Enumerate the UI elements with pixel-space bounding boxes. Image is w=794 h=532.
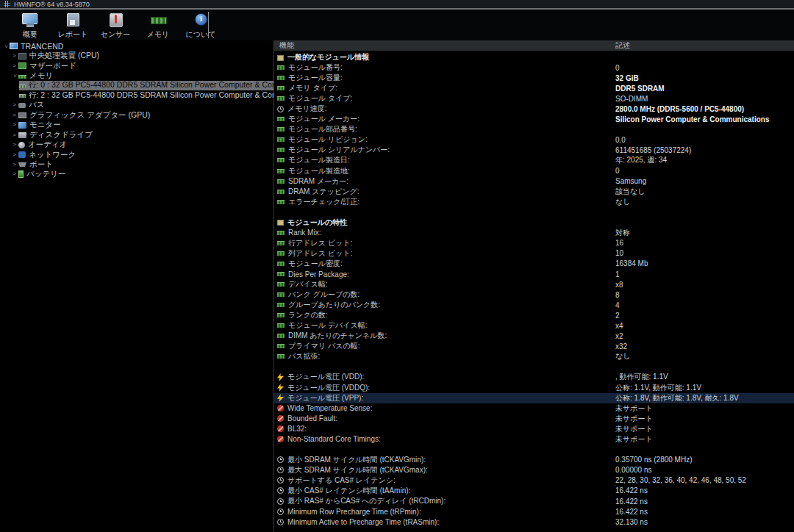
chevron-collapsed-icon[interactable]: > xyxy=(10,142,18,148)
detail-row[interactable]: モジュール タイプ:SO-DIMM xyxy=(274,93,794,104)
toolbar-button-overview[interactable]: 概要 xyxy=(9,10,51,40)
toolbar-button-sensors[interactable]: センサー xyxy=(94,10,137,40)
detail-row[interactable]: モジュール シリアルナンバー:611451685 (25037224) xyxy=(274,145,794,155)
detail-row[interactable]: 行アドレス ビット:16 xyxy=(274,238,794,248)
detail-row[interactable]: モジュール製造日:年: 2025, 週: 34 xyxy=(274,155,794,165)
detail-row[interactable]: バンク グループの数:8 xyxy=(274,290,794,300)
tree-item-disk-drives[interactable]: >ディスクドライブ xyxy=(0,130,273,140)
ram-icon xyxy=(277,169,285,173)
tree-item-motherboard[interactable]: >マザーボード xyxy=(0,61,273,71)
row-label-cell: エラーチェック/訂正: xyxy=(274,197,615,207)
detail-row[interactable]: モジュール電圧 (VDD):, 動作可能: 1.1V xyxy=(274,372,794,382)
tree-item-gpu[interactable]: >グラフィックス アダプター (GPU) xyxy=(0,110,273,120)
detail-row[interactable]: モジュール部品番号: xyxy=(274,124,794,134)
chevron-expanded-icon[interactable]: > xyxy=(12,72,18,80)
row-label-cell: 列アドレス ビット: xyxy=(274,248,615,259)
tree-item-battery[interactable]: >バッテリー xyxy=(0,170,273,179)
ram-icon xyxy=(277,313,285,317)
tree-item-bus[interactable]: >バス xyxy=(0,101,273,110)
row-label: DRAM ステッピング: xyxy=(288,187,359,197)
ram-icon xyxy=(277,231,285,235)
tree-item-memory-row-2[interactable]: 行: 2 : 32 GB PC5-44800 DDR5 SDRAM Silico… xyxy=(0,90,273,100)
row-label: Rank Mix: xyxy=(288,229,321,237)
detail-row[interactable]: プライマリ バスの幅:x32 xyxy=(274,341,794,351)
detail-row[interactable]: DIMM あたりのチャンネル数:x2 xyxy=(274,331,794,341)
detail-row[interactable]: モジュール容量:32 GiB xyxy=(274,73,794,83)
tree-item-memory[interactable]: >メモリ xyxy=(0,71,273,80)
tree-item-memory-row-0[interactable]: 行: 0 : 32 GB PC5-44800 DDR5 SDRAM Silico… xyxy=(0,81,273,90)
detail-row[interactable]: 最小 CAS# レイテンシ時間 (tAAmin):16.422 ns xyxy=(274,486,794,496)
detail-row[interactable]: デバイス幅:x8 xyxy=(274,279,794,290)
detail-row[interactable]: Wide Temperature Sense:未サポート xyxy=(274,403,794,414)
detail-row[interactable]: SDRAM メーカー:Samsung xyxy=(274,176,794,187)
toolbar-button-about[interactable]: について xyxy=(179,10,222,40)
row-value: Silicon Power Computer & Communications xyxy=(615,115,794,123)
detail-row[interactable]: モジュール密度:16384 Mb xyxy=(274,259,794,269)
chevron-collapsed-icon[interactable]: > xyxy=(10,102,18,108)
chevron-collapsed-icon[interactable]: > xyxy=(10,132,18,138)
chevron-collapsed-icon[interactable]: > xyxy=(10,112,18,118)
toolbar-button-report[interactable]: レポート xyxy=(51,10,94,40)
section-row[interactable]: 一般的なモジュール情報 xyxy=(274,52,794,62)
row-label-cell: デバイス幅: xyxy=(274,279,615,290)
chevron-collapsed-icon[interactable]: > xyxy=(10,152,18,158)
row-value: 16.422 ns xyxy=(615,508,794,516)
detail-row[interactable]: Dies Per Package:1 xyxy=(274,269,794,279)
row-value: 16.422 ns xyxy=(615,497,794,506)
chevron-collapsed-icon[interactable]: > xyxy=(10,53,18,59)
row-label-cell: 最小 RAS# からCAS# へのディレイ (tRCDmin): xyxy=(274,496,615,506)
row-value: 0 xyxy=(615,167,794,175)
tree-item-body: グラフィックス アダプター (GPU) xyxy=(18,110,273,120)
detail-row[interactable]: Minimum Row Precharge Time (tRPmin):16.4… xyxy=(274,506,794,517)
detail-row[interactable]: モジュール製造地:0 xyxy=(274,166,794,176)
detail-row[interactable]: Minimum Active to Precharge Time (tRASmi… xyxy=(274,517,794,527)
detail-row[interactable]: モジュール電圧 (VPP):公称: 1.8V, 動作可能: 1.8V, 耐久: … xyxy=(274,393,794,403)
toolbar-button-memory[interactable]: メモリ xyxy=(137,10,179,40)
detail-row[interactable]: Rank Mix:対称 xyxy=(274,228,794,238)
column-header-feature[interactable]: 機能 xyxy=(274,40,615,51)
ram-icon xyxy=(277,200,285,204)
row-label-cell: DIMM あたりのチャンネル数: xyxy=(274,331,615,341)
detail-row[interactable]: 最小 RAS# からCAS# へのディレイ (tRCDmin):16.422 n… xyxy=(274,496,794,506)
chevron-collapsed-icon[interactable]: > xyxy=(10,63,18,69)
detail-row[interactable]: 列アドレス ビット:10 xyxy=(274,248,794,259)
chevron-collapsed-icon[interactable]: > xyxy=(10,171,18,177)
detail-row[interactable]: Non-Standard Core Timings:未サポート xyxy=(274,434,794,445)
detail-row[interactable]: モジュール リビジョン:0.0 xyxy=(274,134,794,145)
row-label-cell: バンク グループの数: xyxy=(274,290,615,300)
row-value: , 動作可能: 1.1V xyxy=(615,372,794,382)
chevron-collapsed-icon[interactable]: > xyxy=(10,122,18,128)
detail-row[interactable]: DRAM ステッピング:該当なし xyxy=(274,187,794,197)
detail-row[interactable]: モジュール メーカー:Silicon Power Computer & Comm… xyxy=(274,114,794,124)
section-row[interactable]: モジュールの特性 xyxy=(274,218,794,228)
row-label: モジュール シリアルナンバー: xyxy=(288,145,390,155)
section-folder-icon xyxy=(277,55,284,61)
tree-item-computer[interactable]: >TRANCEND xyxy=(0,41,273,51)
toolbar: 概要レポートセンサーメモリについて xyxy=(0,10,794,40)
chevron-expanded-icon[interactable]: > xyxy=(3,42,9,50)
tree-item-audio[interactable]: >オーディオ xyxy=(0,140,273,149)
tree-item-cpu[interactable]: >中央処理装置 (CPU) xyxy=(0,51,273,60)
detail-row[interactable]: メモリ タイプ:DDR5 SDRAM xyxy=(274,83,794,93)
tree-item-monitor[interactable]: >モニター xyxy=(0,121,273,130)
network-icon xyxy=(18,151,26,158)
chevron-collapsed-icon[interactable]: > xyxy=(10,162,18,168)
tree-item-network[interactable]: >ネットワーク xyxy=(0,150,273,159)
toolbar-button-label: 概要 xyxy=(23,29,37,40)
ram-icon xyxy=(277,148,285,152)
detail-row[interactable]: モジュール電圧 (VDDQ):公称: 1.1V, 動作可能: 1.1V xyxy=(274,383,794,393)
detail-row[interactable]: グループあたりのバンク数:4 xyxy=(274,300,794,310)
detail-row[interactable]: 最大 SDRAM サイクル時間 (tCKAVGmax):0.00000 ns xyxy=(274,465,794,475)
detail-row[interactable]: エラーチェック/訂正:なし xyxy=(274,197,794,207)
detail-row[interactable]: Bounded Fault:未サポート xyxy=(274,414,794,424)
detail-row[interactable]: BL32:未サポート xyxy=(274,424,794,434)
detail-row[interactable]: 最小 SDRAM サイクル時間 (tCKAVGmin):0.35700 ns (… xyxy=(274,455,794,465)
detail-row[interactable]: モジュール番号:0 xyxy=(274,62,794,73)
column-header-description[interactable]: 記述 xyxy=(615,40,794,51)
detail-row[interactable]: メモリ速度:2800.0 MHz (DDR5-5600 / PC5-44800) xyxy=(274,104,794,114)
detail-row[interactable]: サポートする CAS# レイテンシ:22, 28, 30, 32, 36, 40… xyxy=(274,475,794,486)
detail-row[interactable]: モジュール デバイス幅:x4 xyxy=(274,320,794,331)
tree-item-ports[interactable]: >ポート xyxy=(0,159,273,169)
detail-row[interactable]: バス拡張:なし xyxy=(274,351,794,362)
detail-row[interactable]: ランクの数:2 xyxy=(274,310,794,320)
